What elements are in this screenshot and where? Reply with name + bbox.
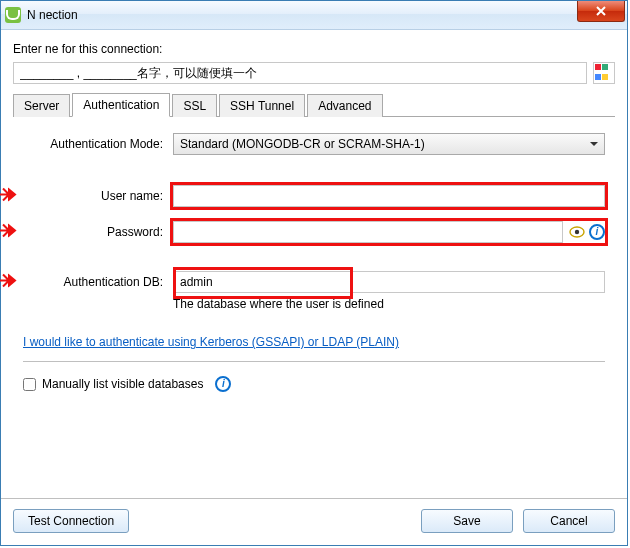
username-input[interactable] xyxy=(173,185,605,207)
prompt-label: Enter ne for this connection: xyxy=(13,42,615,56)
password-input[interactable] xyxy=(173,221,563,243)
tab-bar: Server Authentication SSL SSH Tunnel Adv… xyxy=(13,92,615,117)
arrow-icon xyxy=(0,274,17,291)
kerberos-link[interactable]: I would like to authenticate using Kerbe… xyxy=(23,335,399,349)
info-icon[interactable]: i xyxy=(589,224,605,240)
manual-list-label: Manually list visible databases xyxy=(42,377,203,391)
connection-dialog: N nection Enter ne for this connection: … xyxy=(0,0,628,546)
authdb-label: Authentication DB: xyxy=(23,275,173,289)
test-connection-button[interactable]: Test Connection xyxy=(13,509,129,533)
auth-mode-row: Authentication Mode: Standard (MONGODB-C… xyxy=(23,133,605,155)
titlebar: N nection xyxy=(1,1,627,30)
tab-ssl[interactable]: SSL xyxy=(172,94,217,117)
kerberos-link-row: I would like to authenticate using Kerbe… xyxy=(23,335,605,362)
password-label: Password: xyxy=(23,225,173,239)
cancel-button[interactable]: Cancel xyxy=(523,509,615,533)
info-icon[interactable]: i xyxy=(215,376,231,392)
eye-icon[interactable] xyxy=(569,224,585,240)
tab-authentication[interactable]: Authentication xyxy=(72,93,170,117)
dialog-footer: Test Connection Save Cancel xyxy=(1,498,627,545)
username-row: User name: xyxy=(23,185,605,207)
svg-point-1 xyxy=(575,230,579,234)
manual-list-row: Manually list visible databases i xyxy=(23,376,605,392)
app-icon xyxy=(5,7,21,23)
password-row: Password: i xyxy=(23,221,605,243)
tab-ssh-tunnel[interactable]: SSH Tunnel xyxy=(219,94,305,117)
authdb-row: Authentication DB: xyxy=(23,271,605,293)
arrow-icon xyxy=(0,224,17,241)
password-highlight: i xyxy=(173,221,605,243)
save-button[interactable]: Save xyxy=(421,509,513,533)
manual-list-checkbox[interactable] xyxy=(23,378,36,391)
connection-name-input[interactable] xyxy=(13,62,587,84)
auth-mode-select[interactable]: Standard (MONGODB-CR or SCRAM-SHA-1) xyxy=(173,133,605,155)
arrow-icon xyxy=(0,188,17,205)
auth-mode-label: Authentication Mode: xyxy=(23,137,173,151)
tab-advanced[interactable]: Advanced xyxy=(307,94,382,117)
dialog-body: Enter ne for this connection: Server Aut… xyxy=(1,30,627,498)
password-icons: i xyxy=(569,224,605,240)
close-icon xyxy=(596,6,606,16)
auth-mode-value: Standard (MONGODB-CR or SCRAM-SHA-1) xyxy=(180,137,425,151)
username-highlight xyxy=(173,185,605,207)
authdb-field-wrap xyxy=(173,271,605,293)
authdb-hint: The database where the user is defined xyxy=(173,297,605,311)
color-picker-icon[interactable] xyxy=(593,62,615,84)
username-label: User name: xyxy=(23,189,173,203)
window-title: N nection xyxy=(27,8,78,22)
connection-name-row xyxy=(13,62,615,84)
tab-server[interactable]: Server xyxy=(13,94,70,117)
close-button[interactable] xyxy=(577,1,625,22)
auth-panel: Authentication Mode: Standard (MONGODB-C… xyxy=(13,117,615,494)
authdb-input[interactable] xyxy=(173,271,605,293)
